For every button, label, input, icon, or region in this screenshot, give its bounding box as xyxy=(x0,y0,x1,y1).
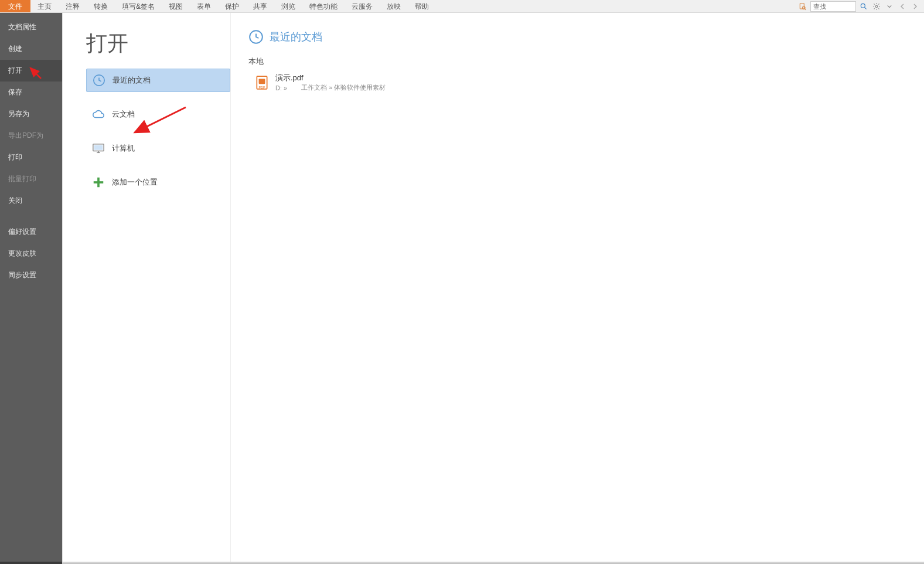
chevron-down-icon[interactable] xyxy=(884,1,895,12)
nav-next-icon[interactable] xyxy=(910,1,920,12)
page-title: 打开 xyxy=(86,29,230,58)
recent-section-title: 最近的文档 xyxy=(270,30,322,44)
sidebar-item-0[interactable]: 文档属性 xyxy=(0,16,62,38)
file-path: D: » 工作文档 » 体验软件使用素材 xyxy=(275,83,386,92)
search-area xyxy=(797,0,924,12)
clock-icon xyxy=(248,29,264,45)
recent-files-list: PDF演示.pdfD: » 工作文档 » 体验软件使用素材 xyxy=(248,70,924,94)
source-label: 添加一个位置 xyxy=(112,177,158,188)
menu-item-12[interactable]: 放映 xyxy=(380,0,408,12)
pdf-file-icon: PDF xyxy=(254,75,270,90)
svg-line-2 xyxy=(805,9,806,10)
svg-rect-8 xyxy=(94,145,103,150)
search-input[interactable] xyxy=(810,1,856,12)
sidebar-item-3[interactable]: 保存 xyxy=(0,81,62,103)
sidebar-item-6[interactable]: 打印 xyxy=(0,147,62,168)
svg-rect-12 xyxy=(94,181,104,184)
monitor-icon xyxy=(92,142,105,155)
svg-rect-15 xyxy=(259,79,265,84)
menu-item-2[interactable]: 注释 xyxy=(59,0,87,12)
open-content: 打开 最近的文档云文档计算机添加一个位置 最近的文档 本地 PDF演示.pdfD… xyxy=(62,13,924,564)
recent-section-header: 最近的文档 xyxy=(248,29,924,45)
menu-item-7[interactable]: 保护 xyxy=(218,0,246,12)
recent-files-column: 最近的文档 本地 PDF演示.pdfD: » 工作文档 » 体验软件使用素材 xyxy=(230,13,924,564)
search-icon[interactable] xyxy=(858,1,869,12)
source-add[interactable]: 添加一个位置 xyxy=(86,171,230,194)
menu-item-10[interactable]: 特色功能 xyxy=(302,0,345,12)
svg-point-3 xyxy=(861,4,865,8)
source-label: 云文档 xyxy=(112,109,135,120)
sidebar-item-9[interactable]: 偏好设置 xyxy=(0,221,62,243)
top-menu-bar: 文件主页注释转换填写&签名视图表单保护共享浏览特色功能云服务放映帮助 xyxy=(0,0,924,13)
menu-spacer xyxy=(436,0,797,12)
svg-line-4 xyxy=(865,7,867,9)
sidebar-item-11[interactable]: 同步设置 xyxy=(0,264,62,286)
recent-file-row[interactable]: PDF演示.pdfD: » 工作文档 » 体验软件使用素材 xyxy=(248,70,924,94)
file-name: 演示.pdf xyxy=(275,73,386,83)
sidebar-item-7: 批量打印 xyxy=(0,168,62,190)
source-label: 计算机 xyxy=(112,143,135,154)
svg-text:PDF: PDF xyxy=(259,85,266,89)
sidebar-item-5: 导出PDF为 xyxy=(0,125,62,147)
recent-group-label: 本地 xyxy=(248,56,924,67)
menu-item-4[interactable]: 填写&签名 xyxy=(115,0,162,12)
bottom-shadow-left xyxy=(0,562,62,564)
menu-item-6[interactable]: 表单 xyxy=(190,0,218,12)
menu-items-container: 文件主页注释转换填写&签名视图表单保护共享浏览特色功能云服务放映帮助 xyxy=(0,0,436,12)
sidebar-item-4[interactable]: 另存为 xyxy=(0,103,62,125)
menu-item-5[interactable]: 视图 xyxy=(162,0,190,12)
open-sources-column: 打开 最近的文档云文档计算机添加一个位置 xyxy=(63,13,230,564)
source-recent[interactable]: 最近的文档 xyxy=(86,69,230,92)
menu-item-8[interactable]: 共享 xyxy=(246,0,274,12)
file-info: 演示.pdfD: » 工作文档 » 体验软件使用素材 xyxy=(275,73,386,92)
cloud-icon xyxy=(92,108,105,121)
nav-prev-icon[interactable] xyxy=(897,1,908,12)
sidebar-item-1[interactable]: 创建 xyxy=(0,38,62,60)
plus-icon xyxy=(92,176,105,189)
menu-item-3[interactable]: 转换 xyxy=(87,0,115,12)
source-computer[interactable]: 计算机 xyxy=(86,137,230,160)
menu-item-13[interactable]: 帮助 xyxy=(408,0,436,12)
source-cloud[interactable]: 云文档 xyxy=(86,103,230,126)
main-layout: 文档属性创建打开保存另存为导出PDF为打印批量打印关闭偏好设置更改皮肤同步设置 … xyxy=(0,13,924,564)
sidebar-item-2[interactable]: 打开 xyxy=(0,60,62,81)
source-label: 最近的文档 xyxy=(112,75,151,86)
file-sidebar: 文档属性创建打开保存另存为导出PDF为打印批量打印关闭偏好设置更改皮肤同步设置 xyxy=(0,13,62,564)
sidebar-item-8[interactable]: 关闭 xyxy=(0,190,62,212)
sidebar-item-10[interactable]: 更改皮肤 xyxy=(0,243,62,264)
menu-item-0[interactable]: 文件 xyxy=(0,0,30,12)
svg-point-5 xyxy=(875,5,878,8)
menu-item-9[interactable]: 浏览 xyxy=(274,0,302,12)
menu-item-11[interactable]: 云服务 xyxy=(345,0,380,12)
source-list: 最近的文档云文档计算机添加一个位置 xyxy=(86,69,230,194)
gear-icon[interactable] xyxy=(871,1,882,12)
bottom-shadow xyxy=(62,562,924,564)
menu-item-1[interactable]: 主页 xyxy=(30,0,59,12)
search-in-doc-icon[interactable] xyxy=(797,1,808,12)
svg-rect-0 xyxy=(800,3,804,8)
clock-icon xyxy=(93,74,105,87)
